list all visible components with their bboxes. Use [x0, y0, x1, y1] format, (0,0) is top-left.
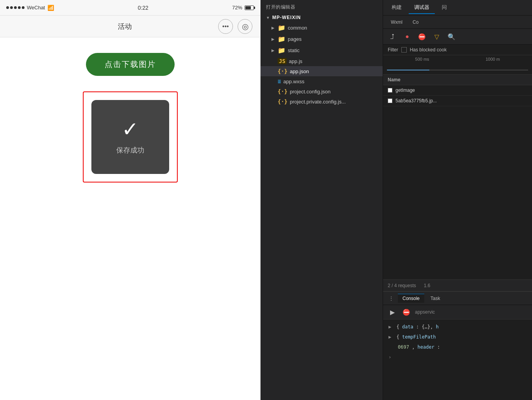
- file-projprivate-icon: {·}: [278, 98, 287, 105]
- cursor-tool-button[interactable]: ⮥: [387, 31, 398, 42]
- root-label: MP-WEIXIN: [272, 15, 301, 20]
- console-caret[interactable]: ›: [388, 354, 391, 360]
- folder-common-icon: 📁: [278, 24, 285, 32]
- has-blocked-checkbox[interactable]: [401, 47, 407, 53]
- tab-build[interactable]: 构建: [386, 2, 407, 14]
- timeline-progress: [387, 70, 429, 70]
- status-bar: WeChat 📶 0:22 72%: [0, 0, 260, 16]
- subtab-co[interactable]: Co: [409, 18, 422, 26]
- no-entry-button[interactable]: ⛔: [416, 31, 427, 42]
- filter-label: Filter: [388, 47, 398, 53]
- console-caret-entry[interactable]: ›: [388, 354, 527, 361]
- console-entry-2: ▶ { tempFilePath: [388, 333, 527, 340]
- console-key-data: data: [402, 324, 413, 330]
- network-header: Name: [383, 75, 532, 85]
- tree-item-appwxss[interactable]: ≡ app.wxss: [261, 76, 383, 86]
- devtools-toolbar: ⮥ ● ⛔ ▽ 🔍: [383, 29, 532, 45]
- console-obj-1: {: [396, 324, 399, 330]
- status-left: WeChat 📶: [6, 5, 54, 11]
- console-obj-2: {: [396, 334, 399, 340]
- carrier-label: WeChat: [27, 5, 45, 11]
- console-key-tempfilepath: tempFilePath: [402, 334, 436, 340]
- success-text: 保存成功: [116, 146, 144, 155]
- record-button[interactable]: ◎: [238, 19, 252, 34]
- battery-bar: [245, 5, 254, 10]
- transfer-size: 1.6: [424, 283, 430, 288]
- download-image-button[interactable]: 点击下载图片: [86, 53, 175, 76]
- search-button[interactable]: 🔍: [446, 31, 457, 42]
- file-js-icon: JS: [278, 58, 287, 64]
- console-no-button[interactable]: ⛔: [401, 307, 412, 318]
- phone-content: 点击下载图片 ✓ 保存成功: [0, 37, 260, 400]
- filter-bar: Filter Has blocked cook: [383, 45, 532, 55]
- success-card-wrapper: ✓ 保存成功: [83, 91, 178, 182]
- folder-pages-icon: 📁: [278, 35, 285, 43]
- console-content[interactable]: ▶ { data : {…}, h ▶ { tempFilePath 0697 …: [383, 319, 532, 400]
- file-projprivate-label: project.private.config.js...: [290, 99, 346, 105]
- root-arrow: ▼: [266, 16, 270, 20]
- devtools-panel: 构建 调试器 问 Wxml Co ⮥ ● ⛔ ▽ 🔍 Filter Has bl…: [383, 0, 532, 400]
- filter-button[interactable]: ▽: [431, 31, 442, 42]
- status-right: 72%: [232, 5, 254, 11]
- console-arrow-2[interactable]: ▶: [388, 334, 391, 340]
- console-entry-2-detail: 0697 , header :: [388, 344, 527, 351]
- tree-item-common[interactable]: ▶ 📁 common: [261, 22, 383, 33]
- network-list[interactable]: getImage 5ab5ea3775fb5.jp...: [383, 85, 532, 279]
- folder-static-label: static: [288, 47, 299, 53]
- wifi-icon: 📶: [47, 5, 54, 11]
- success-card: ✓ 保存成功: [91, 100, 169, 174]
- network-row-5ab5[interactable]: 5ab5ea3775fb5.jp...: [383, 96, 532, 106]
- console-tab-task[interactable]: Task: [426, 294, 445, 303]
- tree-item-pages[interactable]: ▶ 📁 pages: [261, 33, 383, 45]
- console-entry-1: ▶ { data : {…}, h: [388, 323, 527, 330]
- tree-root[interactable]: ▼ MP-WEIXIN: [261, 13, 383, 22]
- file-projconfig-label: project.config.json: [290, 89, 331, 95]
- tree-item-appjson[interactable]: {·} app.json: [261, 66, 383, 76]
- timeline-labels: 500 ms 1000 m: [383, 57, 532, 61]
- time-display: 0:22: [138, 5, 148, 11]
- timeline-line: [387, 70, 528, 70]
- console-section: ⋮ Console Task ▶ ⛔ appservic ▶ { data : …: [383, 291, 532, 400]
- request-count: 2 / 4 requests: [388, 283, 416, 288]
- file-appjson-label: app.json: [290, 68, 309, 74]
- tree-section-title: 打开的编辑器: [261, 0, 383, 13]
- row-checkbox-2[interactable]: [388, 98, 392, 103]
- file-wxss-icon: ≡: [278, 78, 281, 84]
- console-toolbar: ▶ ⛔ appservic: [383, 305, 532, 319]
- file-appjs-label: app.js: [289, 58, 303, 64]
- signal-dots: [6, 6, 24, 9]
- file-tree-panel: 打开的编辑器 ▼ MP-WEIXIN ▶ 📁 common ▶ 📁 pages …: [261, 0, 383, 400]
- tree-item-static[interactable]: ▶ 📁 static: [261, 45, 383, 56]
- network-col-name: Name: [388, 77, 527, 82]
- timeline-bar: 500 ms 1000 m: [383, 55, 532, 75]
- battery-fill: [245, 6, 251, 9]
- tab-question[interactable]: 问: [436, 2, 452, 14]
- timeline-1000ms: 1000 m: [486, 57, 500, 61]
- network-filename-2: 5ab5ea3775fb5.jp...: [396, 98, 437, 104]
- devtools-subtabs: Wxml Co: [383, 16, 532, 29]
- network-filename-1: getImage: [396, 88, 415, 93]
- tree-item-appjs[interactable]: JS app.js: [261, 56, 383, 66]
- row-checkbox-1[interactable]: [388, 88, 392, 93]
- console-tabs: ⋮ Console Task: [383, 292, 532, 305]
- folder-pages-label: pages: [288, 36, 301, 42]
- console-context-label: appservic: [415, 309, 435, 315]
- timeline-500ms: 500 ms: [415, 57, 429, 61]
- battery-pct: 72%: [232, 5, 242, 11]
- record-button[interactable]: ●: [402, 31, 413, 42]
- folder-common-label: common: [288, 25, 307, 31]
- console-menu-icon[interactable]: ⋮: [386, 295, 396, 302]
- nav-bar: 活动 ••• ◎: [0, 16, 260, 37]
- console-play-button[interactable]: ▶: [387, 307, 398, 318]
- tree-item-projectconfig[interactable]: {·} project.config.json: [261, 86, 383, 96]
- console-arrow-1[interactable]: ▶: [388, 324, 391, 330]
- network-row-getimage[interactable]: getImage: [383, 85, 532, 96]
- more-button[interactable]: •••: [218, 19, 233, 34]
- devtools-top-tabs: 构建 调试器 问: [383, 0, 532, 16]
- subtab-wxml[interactable]: Wxml: [387, 18, 406, 26]
- network-status-bar: 2 / 4 requests 1.6: [383, 279, 532, 291]
- tab-debugger[interactable]: 调试器: [409, 2, 435, 14]
- tree-item-projprivate[interactable]: {·} project.private.config.js...: [261, 96, 383, 107]
- console-tab-console[interactable]: Console: [398, 294, 424, 303]
- folder-static-icon: 📁: [278, 47, 285, 54]
